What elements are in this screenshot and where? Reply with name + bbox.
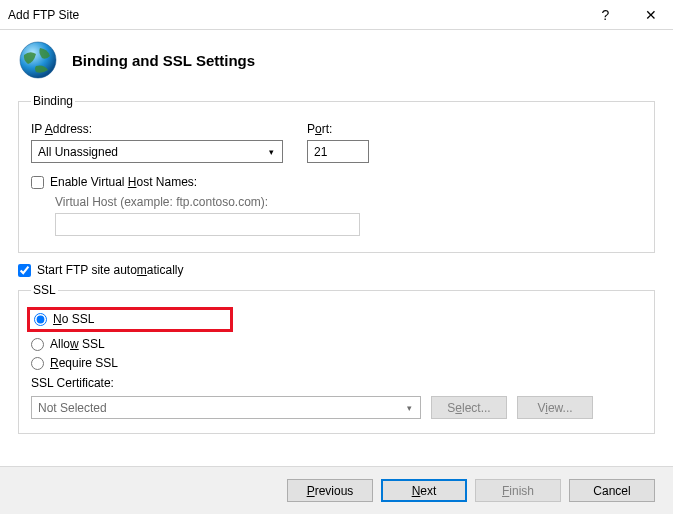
no-ssl-radio[interactable] [34,313,47,326]
ssl-legend: SSL [31,283,58,297]
ssl-certificate-combo: Not Selected ▾ [31,396,421,419]
chevron-down-icon: ▾ [401,398,418,417]
port-input[interactable] [307,140,369,163]
require-ssl-label: Require SSL [50,356,118,370]
ssl-certificate-label: SSL Certificate: [31,376,642,390]
enable-virtual-host-label: Enable Virtual Host Names: [50,175,197,189]
wizard-footer: Previous Next Finish Cancel [0,466,673,514]
start-automatically-checkbox[interactable] [18,264,31,277]
no-ssl-label: No SSL [53,312,94,326]
allow-ssl-label: Allow SSL [50,337,105,351]
port-label: Port: [307,122,369,136]
next-button[interactable]: Next [381,479,467,502]
help-button[interactable]: ? [583,0,628,30]
require-ssl-radio[interactable] [31,357,44,370]
chevron-down-icon: ▾ [263,142,280,161]
previous-button[interactable]: Previous [287,479,373,502]
enable-virtual-host-checkbox[interactable] [31,176,44,189]
binding-group: Binding IP Address: All Unassigned ▾ Por… [18,94,655,253]
select-certificate-button: Select... [431,396,507,419]
finish-button: Finish [475,479,561,502]
page-title: Binding and SSL Settings [72,52,255,69]
highlight-no-ssl: No SSL [27,307,233,332]
ip-address-combo[interactable]: All Unassigned ▾ [31,140,283,163]
cancel-button[interactable]: Cancel [569,479,655,502]
globe-icon [18,40,58,80]
window-title: Add FTP Site [8,8,583,22]
binding-legend: Binding [31,94,75,108]
ip-address-value: All Unassigned [38,145,118,159]
ssl-certificate-value: Not Selected [38,401,107,415]
ssl-group: SSL No SSL Allow SSL Require SSL SSL Cer… [18,283,655,434]
wizard-header: Binding and SSL Settings [0,30,673,94]
ip-address-label: IP Address: [31,122,283,136]
virtual-host-label: Virtual Host (example: ftp.contoso.com): [55,195,642,209]
start-automatically-label: Start FTP site automatically [37,263,184,277]
close-button[interactable]: ✕ [628,0,673,30]
titlebar: Add FTP Site ? ✕ [0,0,673,30]
virtual-host-input [55,213,360,236]
allow-ssl-radio[interactable] [31,338,44,351]
virtual-host-block: Virtual Host (example: ftp.contoso.com): [55,195,642,236]
view-certificate-button: View... [517,396,593,419]
